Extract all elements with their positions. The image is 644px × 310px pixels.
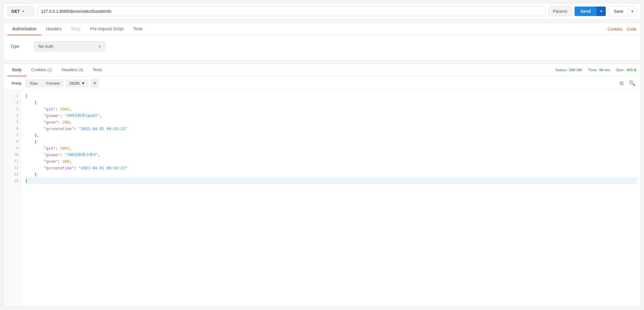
url-input[interactable]: [37, 6, 545, 16]
line-number: ▾8: [3, 138, 21, 145]
request-tabs-right: Cookies Code: [607, 23, 637, 35]
cookies-link[interactable]: Cookies: [607, 23, 623, 35]
auth-type-select[interactable]: No Auth ∨: [34, 41, 105, 51]
line-number: 13: [3, 171, 21, 178]
copy-button[interactable]: ⧉: [618, 79, 625, 88]
status-value: 200 OK: [569, 68, 582, 72]
auth-type-row: Type No Auth ∨: [10, 41, 634, 51]
line-number: 7: [3, 132, 21, 138]
tab-headers[interactable]: Headers: [41, 23, 66, 35]
tab-response-cookies[interactable]: Cookies (1): [26, 64, 57, 76]
code-content: [ { "gid": 1002, "gname": "500元秒杀ipad2",…: [21, 90, 641, 307]
view-pretty-button[interactable]: Pretty: [7, 79, 26, 87]
params-button[interactable]: Params: [548, 6, 572, 16]
size-value: 343 B: [626, 68, 637, 72]
tab-authorization[interactable]: Authorization: [7, 23, 41, 35]
request-panel: Authorization Headers Body Pre-request S…: [3, 23, 641, 61]
line-number: 12: [3, 165, 21, 171]
cookies-badge: (1): [47, 68, 52, 72]
line-number: 6: [3, 125, 21, 132]
code-line: "gcreatetime": "2021-04-01 09:42:21": [25, 125, 637, 132]
code-line: {: [25, 138, 637, 145]
save-btn-group: Save ▼: [609, 6, 637, 16]
tab-body: Body: [66, 23, 85, 35]
response-body-container: Pretty Raw Preview JSON ▼ ≡ ⧉ 🔍 ▾1▾23456…: [3, 76, 641, 307]
code-line: }: [25, 171, 637, 178]
auth-type-label: Type: [10, 44, 28, 49]
auth-type-value: No Auth: [39, 44, 53, 49]
code-line: "gnum": 300,: [25, 158, 637, 165]
send-dropdown-button[interactable]: ▼: [597, 7, 606, 16]
tab-response-headers[interactable]: Headers (5): [57, 64, 88, 76]
code-line: "gname": "500元秒杀ipad2",: [25, 112, 637, 119]
line-number: 3: [3, 106, 21, 112]
method-label: GET: [11, 9, 20, 14]
format-chevron-icon: ▼: [81, 81, 85, 86]
response-toolbar: Pretty Raw Preview JSON ▼ ≡ ⧉ 🔍: [3, 76, 641, 90]
tab-pre-request-script[interactable]: Pre-request Script: [85, 23, 129, 35]
format-select[interactable]: JSON ▼: [66, 79, 89, 87]
view-btn-group: Pretty Raw Preview: [7, 79, 64, 87]
response-status-info: Status: 200 OK Time: 50 ms Size: 343 B: [555, 65, 637, 75]
view-preview-button[interactable]: Preview: [42, 79, 64, 87]
request-bar: GET ▼ Params Send ▼ Save ▼: [3, 3, 641, 20]
toolbar-right: ⧉ 🔍: [618, 79, 637, 88]
line-number: 14: [3, 178, 21, 184]
code-line: },: [25, 132, 637, 138]
line-number: 5: [3, 119, 21, 125]
code-line: "gnum": 200,: [25, 119, 637, 125]
line-number: 4: [3, 112, 21, 119]
code-line: {: [25, 99, 637, 106]
line-numbers: ▾1▾234567▾891011121314: [3, 90, 21, 307]
time-label: Time:: [588, 68, 597, 72]
code-link[interactable]: Code: [627, 23, 637, 35]
code-line: ]: [25, 178, 637, 184]
send-button[interactable]: Send: [575, 7, 597, 16]
line-number: 9: [3, 145, 21, 151]
line-number: 10: [3, 151, 21, 158]
tab-tests[interactable]: Tests: [128, 23, 147, 35]
request-tabs: Authorization Headers Body Pre-request S…: [3, 23, 641, 35]
format-value: JSON: [69, 81, 80, 86]
view-raw-button[interactable]: Raw: [26, 79, 42, 87]
method-chevron-icon: ▼: [22, 10, 25, 13]
wrap-button[interactable]: ≡: [91, 79, 99, 88]
method-select[interactable]: GET ▼: [7, 6, 34, 16]
status-label: Status:: [555, 68, 567, 72]
code-line: "gid": 1002,: [25, 106, 637, 112]
tab-response-body[interactable]: Body: [7, 64, 26, 76]
code-line: "gcreatetime": "2021-04-01 09:42:21": [25, 165, 637, 171]
headers-badge: (5): [78, 68, 83, 72]
line-number: ▾1: [3, 93, 21, 99]
save-dropdown-button[interactable]: ▼: [628, 7, 636, 16]
code-editor: ▾1▾234567▾891011121314 [ { "gid": 1002, …: [3, 90, 641, 307]
save-button[interactable]: Save: [609, 7, 628, 16]
response-tabs: Body Cookies (1) Headers (5) Tests Statu…: [3, 64, 641, 76]
auth-tab-content: Type No Auth ∨: [3, 35, 641, 60]
code-line: [: [25, 93, 637, 99]
code-line: "gid": 1003,: [25, 145, 637, 151]
code-line: "gname": "300元秒杀小米4",: [25, 151, 637, 158]
auth-type-chevron-icon: ∨: [99, 45, 101, 48]
send-btn-group: Send ▼: [575, 7, 606, 16]
size-label: Size:: [616, 68, 624, 72]
search-button[interactable]: 🔍: [628, 79, 637, 88]
time-value: 50 ms: [599, 68, 610, 72]
line-number: 11: [3, 158, 21, 165]
response-panel: Body Cookies (1) Headers (5) Tests Statu…: [3, 64, 641, 307]
tab-response-tests[interactable]: Tests: [88, 64, 107, 76]
line-number: ▾2: [3, 99, 21, 106]
